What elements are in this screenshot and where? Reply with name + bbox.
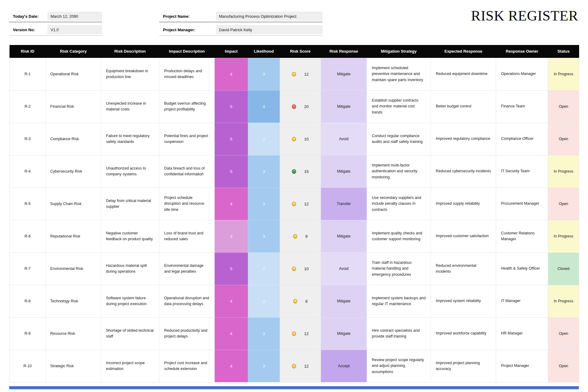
column-header: Risk Response (321, 45, 367, 58)
impact-cell[interactable]: 5 (215, 123, 248, 155)
column-header: Mitigation Strategy (367, 45, 431, 58)
likelihood-cell[interactable]: 2 (248, 123, 280, 155)
risk-register-sheet: Today's Date: March 12, 2090 Version No:… (0, 0, 588, 392)
response-owner-cell: IT Manager (496, 285, 548, 317)
impact-cell[interactable]: 4 (215, 188, 248, 220)
todays-date-value[interactable]: March 12, 2090 (47, 12, 102, 21)
risk-response-cell[interactable]: Mitigate (321, 220, 367, 252)
status-cell[interactable]: In Progress (548, 285, 579, 317)
likelihood-cell[interactable]: 2 (248, 285, 280, 317)
risk-description-cell: Hazardous material spill during operatio… (101, 252, 159, 285)
table-row: R-1 Operational Risk Equipment breakdown… (9, 58, 579, 90)
project-name-label: Project Name: (159, 12, 216, 21)
risk-description-cell: Negative customer feedback on product qu… (101, 220, 159, 252)
status-cell[interactable]: In Progress (548, 155, 579, 188)
column-header: Impact Description (159, 45, 215, 58)
status-cell[interactable]: Open (548, 350, 579, 382)
status-cell[interactable]: Open (548, 188, 579, 220)
risk-score-value: 12 (304, 72, 308, 77)
status-cell[interactable]: Open (548, 317, 579, 350)
expected-response-cell: Improved workforce capability (431, 317, 496, 350)
risk-category-cell: Strategic Risk (46, 350, 101, 382)
version-value[interactable]: V1.0 (47, 25, 102, 34)
risk-level-indicator-icon (292, 169, 296, 174)
mitigation-strategy-cell: Use secondary suppliers and include pena… (367, 188, 431, 220)
table-row: R-6 Reputational Risk Negative customer … (9, 220, 579, 252)
mitigation-strategy-cell: Implement multi-factor authentication an… (367, 155, 431, 188)
risk-score-cell: 9 (280, 220, 321, 252)
risk-description-cell: Unexpected increase in material costs (101, 90, 159, 123)
risk-response-cell[interactable]: Mitigate (321, 58, 367, 90)
impact-cell[interactable]: 4 (215, 350, 248, 382)
likelihood-cell[interactable]: 2 (248, 252, 280, 285)
project-manager-value[interactable]: David Patrick Kelly (216, 25, 322, 34)
table-header: Risk IDRisk CategoryRisk DescriptionImpa… (9, 45, 579, 58)
document-meta-block: Today's Date: March 12, 2090 Version No:… (9, 12, 102, 39)
risk-id-cell: R-8 (9, 285, 46, 317)
project-name-value[interactable]: Manufacturing Process Optimization Proje… (216, 12, 322, 21)
impact-cell[interactable]: 4 (215, 58, 248, 90)
likelihood-cell[interactable]: 4 (248, 90, 280, 123)
risk-response-cell[interactable]: Transfer (321, 188, 367, 220)
risk-category-cell: Environmental Risk (46, 252, 101, 285)
column-header: Expected Response (431, 45, 496, 58)
impact-cell[interactable]: 5 (215, 90, 248, 123)
risk-response-cell[interactable]: Mitigate (321, 155, 367, 188)
risk-response-cell[interactable]: Avoid (321, 123, 367, 155)
likelihood-cell[interactable]: 3 (248, 220, 280, 252)
risk-description-cell: Shortage of skilled technical staff (101, 317, 159, 350)
risk-level-indicator-icon (293, 234, 297, 239)
impact-description-cell: Loss of brand trust and reduced sales (159, 220, 215, 252)
risk-description-cell: Failure to meet regulatory safety standa… (101, 123, 159, 155)
status-cell[interactable]: In Progress (548, 220, 579, 252)
mitigation-strategy-cell: Implement scheduled preventive maintenan… (367, 58, 431, 90)
impact-description-cell: Reduced productivity and project delays (159, 317, 215, 350)
expected-response-cell: Improved system reliability (431, 285, 496, 317)
column-header: Status (548, 45, 579, 58)
impact-cell[interactable]: 4 (215, 285, 248, 317)
likelihood-cell[interactable]: 3 (248, 317, 280, 350)
likelihood-cell[interactable]: 3 (248, 58, 280, 90)
column-header: Likelihood (248, 45, 280, 58)
column-header: Response Owner (496, 45, 548, 58)
impact-cell[interactable]: 3 (215, 220, 248, 252)
response-owner-cell: Project Manager (496, 350, 548, 382)
risk-description-cell: Software system failure during project e… (101, 285, 159, 317)
impact-cell[interactable]: 5 (215, 252, 248, 285)
column-header: Impact (215, 45, 248, 58)
likelihood-cell[interactable]: 3 (248, 155, 280, 188)
likelihood-cell[interactable]: 3 (248, 188, 280, 220)
status-cell[interactable]: Closed (548, 252, 579, 285)
risk-response-cell[interactable]: Mitigate (321, 90, 367, 123)
status-cell[interactable]: Open (548, 123, 579, 155)
risk-category-cell: Financial Risk (46, 90, 101, 123)
impact-cell[interactable]: 5 (215, 155, 248, 188)
horizontal-scrollbar[interactable] (9, 386, 579, 389)
status-cell[interactable]: In Progress (548, 58, 579, 90)
risk-category-cell: Reputational Risk (46, 220, 101, 252)
risk-response-cell[interactable]: Accept (321, 350, 367, 382)
risk-register-table: Risk IDRisk CategoryRisk DescriptionImpa… (9, 45, 579, 383)
risk-response-cell[interactable]: Mitigate (321, 317, 367, 350)
mitigation-strategy-cell: Establish supplier contracts and monitor… (367, 90, 431, 123)
risk-id-cell: R-5 (9, 188, 46, 220)
expected-response-cell: Better budget control (431, 90, 496, 123)
risk-score-cell: 10 (280, 123, 321, 155)
risk-score-value: 10 (304, 137, 308, 141)
risk-level-indicator-icon (292, 72, 296, 77)
status-cell[interactable]: Open (548, 90, 579, 123)
risk-category-cell: Cybersecurity Risk (46, 155, 101, 188)
risk-response-cell[interactable]: Avoid (321, 252, 367, 285)
risk-level-indicator-icon (292, 364, 296, 368)
risk-score-cell: 15 (280, 155, 321, 188)
risk-id-cell: R-3 (9, 123, 46, 155)
risk-score-value: 20 (304, 104, 308, 109)
table-row: R-9 Resource Risk Shortage of skilled te… (9, 317, 579, 350)
response-owner-cell: Procurement Manager (496, 188, 548, 220)
likelihood-cell[interactable]: 3 (248, 350, 280, 382)
risk-description-cell: Delay from critical material supplier (101, 188, 159, 220)
impact-cell[interactable]: 4 (215, 317, 248, 350)
expected-response-cell: Reduced environmental incidents (431, 252, 496, 285)
project-manager-label: Project Manager: (159, 25, 216, 34)
risk-response-cell[interactable]: Mitigate (321, 285, 367, 317)
